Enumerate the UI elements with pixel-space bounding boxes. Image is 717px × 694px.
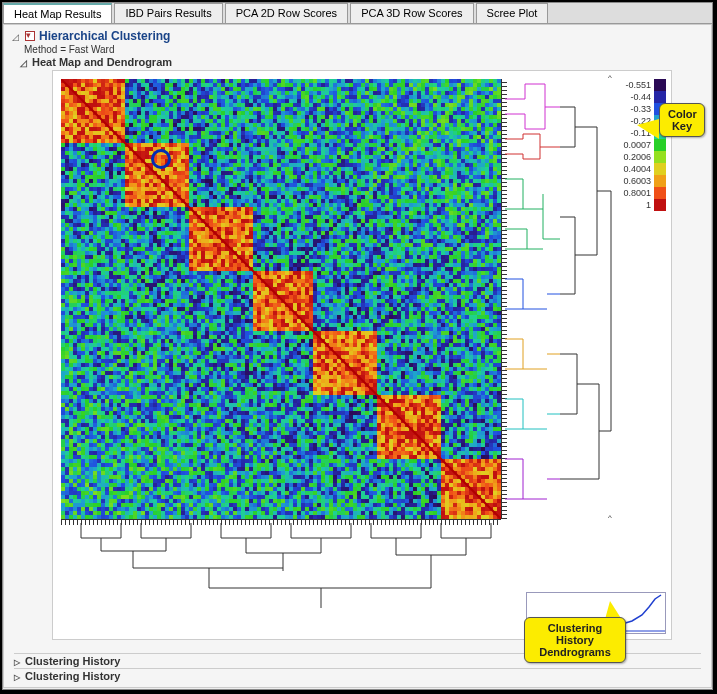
heatmap-canvas[interactable]	[61, 79, 501, 519]
menu-hotspot-icon[interactable]	[25, 31, 35, 41]
colorkey-swatch	[654, 199, 666, 211]
disclosure-triangle-closed-icon[interactable]	[14, 670, 22, 682]
subsection-title: Heat Map and Dendrogram	[32, 56, 172, 68]
section-header-clustering-history[interactable]: Clustering History	[14, 668, 701, 683]
colorkey-value: -0.33	[630, 104, 651, 114]
colorkey-swatch	[654, 91, 666, 103]
closed-section-label: Clustering History	[25, 655, 120, 667]
colorkey-value: 0.8001	[623, 188, 651, 198]
heatmap[interactable]	[61, 79, 501, 519]
method-label: Method = Fast Ward	[24, 44, 703, 55]
app-window: Heat Map Results IBD Pairs Results PCA 2…	[2, 2, 713, 690]
callout-tail	[637, 119, 659, 139]
selection-circle-icon[interactable]	[151, 149, 171, 169]
disclosure-triangle-open-icon[interactable]	[12, 29, 21, 43]
colorkey-swatch	[654, 139, 666, 151]
colorkey-value: 0.0007	[623, 140, 651, 150]
colorkey-swatch	[654, 175, 666, 187]
tab-heat-map-results[interactable]: Heat Map Results	[3, 3, 112, 23]
disclosure-triangle-closed-icon[interactable]	[14, 655, 22, 667]
content-area: Hierarchical Clustering Method = Fast Wa…	[3, 24, 712, 688]
col-dendrogram[interactable]	[61, 523, 501, 613]
section-title: Hierarchical Clustering	[39, 29, 170, 43]
colorkey-value: 0.4004	[623, 164, 651, 174]
section-header-hierarchical-clustering[interactable]: Hierarchical Clustering	[12, 29, 703, 43]
tab-ibd-pairs-results[interactable]: IBD Pairs Results	[114, 3, 222, 23]
colorkey-swatch	[654, 163, 666, 175]
colorkey-value: 0.6003	[623, 176, 651, 186]
tab-bar: Heat Map Results IBD Pairs Results PCA 2…	[3, 3, 712, 24]
tab-pca-3d-row-scores[interactable]: PCA 3D Row Scores	[350, 3, 473, 23]
colorkey-value: -0.44	[630, 92, 651, 102]
tab-scree-plot[interactable]: Scree Plot	[476, 3, 549, 23]
callout-color-key: Color Key	[659, 103, 705, 137]
colorkey-swatch	[654, 187, 666, 199]
colorkey-value: 0.2006	[623, 152, 651, 162]
callout-dendrograms: Clustering History Dendrograms	[524, 617, 626, 663]
row-dendrogram[interactable]	[505, 79, 613, 519]
colorkey-value: 1	[646, 200, 651, 210]
subsection-header-heatmap[interactable]: Heat Map and Dendrogram	[20, 56, 703, 68]
tab-pca-2d-row-scores[interactable]: PCA 2D Row Scores	[225, 3, 348, 23]
plot-area: ^ ^	[52, 70, 672, 640]
closed-section-label: Clustering History	[25, 670, 120, 682]
colorkey-swatch	[654, 151, 666, 163]
colorkey-value: -0.551	[625, 80, 651, 90]
colorkey-swatch	[654, 79, 666, 91]
color-key-legend: -0.551 -0.44 -0.33 -0.22 -0.11 0.0007 0.…	[616, 79, 666, 211]
disclosure-triangle-open-icon[interactable]	[20, 56, 29, 68]
